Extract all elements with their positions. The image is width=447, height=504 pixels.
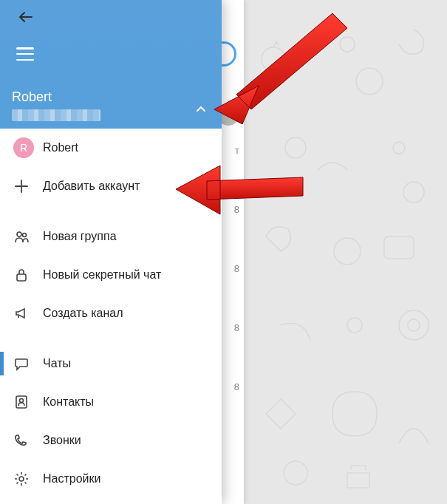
chat-badge: 8 — [234, 322, 239, 333]
svg-rect-15 — [17, 274, 26, 281]
group-icon — [13, 228, 43, 245]
menu-label: Создать канал — [43, 307, 123, 320]
new-secret-chat-item[interactable]: Новый секретный чат — [0, 256, 222, 294]
svg-point-13 — [17, 232, 21, 236]
avatar: R — [13, 137, 34, 158]
chat-list-column: т 8 8 8 8 — [222, 0, 244, 504]
chats-item[interactable]: Чаты — [0, 344, 222, 383]
svg-point-17 — [20, 399, 24, 403]
menu-label: Новый секретный чат — [43, 268, 161, 282]
menu-label: Звонки — [43, 434, 81, 447]
svg-point-14 — [23, 234, 27, 237]
accounts-toggle[interactable] — [191, 99, 211, 120]
new-channel-item[interactable]: Создать канал — [0, 294, 222, 333]
contacts-icon — [13, 394, 43, 410]
menu-label: Добавить аккаунт — [43, 180, 140, 193]
plus-icon — [13, 178, 43, 194]
side-drawer: Robert R Robert Добавить аккаунт — [0, 0, 222, 504]
profile-block[interactable]: Robert — [12, 89, 211, 121]
chat-badge: т — [235, 145, 239, 156]
menu-label: Новая группа — [43, 230, 117, 243]
drawer-menu: R Robert Добавить аккаунт Новая группа Н… — [0, 129, 222, 504]
add-account-item[interactable]: Добавить аккаунт — [0, 167, 222, 205]
chat-badge: 8 — [234, 204, 239, 215]
lock-icon — [13, 267, 43, 283]
chat-icon — [13, 355, 43, 372]
back-icon[interactable] — [18, 9, 34, 25]
calls-item[interactable]: Звонки — [0, 421, 222, 460]
svg-point-18 — [19, 477, 24, 481]
profile-name: Robert — [12, 89, 211, 105]
menu-label: Настройки — [43, 472, 100, 486]
chat-badge: 8 — [234, 381, 239, 392]
new-group-item[interactable]: Новая группа — [0, 217, 222, 256]
menu-label: Чаты — [43, 357, 71, 370]
account-name: Robert — [43, 141, 78, 154]
drawer-header: Robert — [0, 0, 222, 129]
settings-item[interactable]: Настройки — [0, 460, 222, 498]
phone-icon — [13, 432, 43, 449]
avatar-initial: R — [20, 142, 27, 154]
gear-icon — [13, 471, 43, 487]
contacts-item[interactable]: Контакты — [0, 383, 222, 421]
chat-badge: 8 — [234, 263, 239, 274]
menu-label: Контакты — [43, 395, 94, 409]
hamburger-icon[interactable] — [16, 47, 34, 61]
megaphone-icon — [13, 305, 43, 321]
profile-phone-redacted — [12, 109, 100, 121]
account-item-current[interactable]: R Robert — [0, 129, 222, 167]
